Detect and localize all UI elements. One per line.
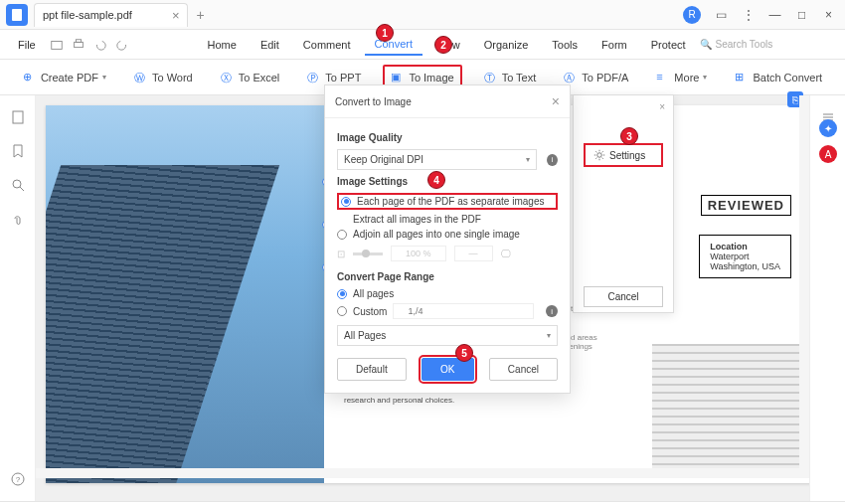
format-select: — bbox=[454, 246, 493, 261]
pages-select[interactable]: All Pages ▾ bbox=[337, 325, 558, 346]
chevron-down-icon: ▾ bbox=[547, 331, 551, 340]
menu-organize[interactable]: Organize bbox=[474, 35, 539, 55]
callout-5: 5 bbox=[455, 344, 473, 362]
search-panel-icon[interactable] bbox=[10, 177, 26, 193]
document-tab[interactable]: ppt file-sample.pdf × bbox=[34, 3, 188, 27]
settings-label: Settings bbox=[609, 150, 645, 161]
edit-mode-icon[interactable]: A bbox=[819, 145, 837, 163]
search-placeholder: Search Tools bbox=[716, 39, 773, 50]
menu-home[interactable]: Home bbox=[198, 35, 247, 55]
user-avatar[interactable]: R bbox=[683, 6, 701, 24]
open-icon[interactable] bbox=[50, 38, 64, 52]
menu-file[interactable]: File bbox=[8, 35, 46, 55]
callout-1: 1 bbox=[376, 24, 394, 42]
bookmarks-icon[interactable] bbox=[10, 143, 26, 159]
quality-select[interactable]: Keep Original DPI ▾ bbox=[337, 149, 537, 170]
callout-4: 4 bbox=[427, 171, 445, 189]
vertical-scrollbar[interactable] bbox=[799, 95, 809, 473]
chevron-down-icon: ▾ bbox=[703, 73, 707, 82]
chevron-down-icon: ▾ bbox=[102, 73, 106, 82]
menubar: File Home Edit Comment Convert View Orga… bbox=[0, 30, 845, 60]
to-word-button[interactable]: ⓌTo Word bbox=[128, 67, 199, 88]
redo-icon[interactable] bbox=[115, 38, 129, 52]
location-country: Washington, USA bbox=[710, 261, 780, 271]
more-icon: ≡ bbox=[656, 71, 670, 84]
horizontal-scrollbar[interactable] bbox=[36, 468, 809, 478]
cancel-button[interactable]: Cancel bbox=[584, 286, 663, 307]
close-window-icon[interactable]: × bbox=[822, 8, 835, 21]
maximize-icon[interactable]: □ bbox=[795, 8, 808, 21]
cancel-button[interactable]: Cancel bbox=[489, 358, 558, 381]
menu-form[interactable]: Form bbox=[592, 35, 637, 55]
word-icon: Ⓦ bbox=[134, 71, 148, 84]
monitor-icon: 🖵 bbox=[501, 249, 511, 259]
menu-convert[interactable]: Convert bbox=[365, 34, 423, 56]
menu-tools[interactable]: Tools bbox=[542, 35, 588, 55]
thumbnails-icon[interactable] bbox=[10, 109, 26, 125]
gear-icon bbox=[593, 149, 605, 161]
radio-on-icon bbox=[341, 197, 351, 207]
location-label: Location bbox=[710, 242, 780, 252]
search-tools[interactable]: 🔍 Search Tools bbox=[700, 39, 773, 50]
settings-label: Image Settings bbox=[337, 176, 558, 187]
option-each-page[interactable]: Each page of the PDF as separate images bbox=[337, 193, 558, 210]
building-photo-2 bbox=[652, 344, 809, 473]
menu-comment[interactable]: Comment bbox=[293, 35, 361, 55]
option-all-pages[interactable]: All pages bbox=[337, 288, 558, 299]
info-icon[interactable]: i bbox=[547, 154, 558, 166]
new-tab-button[interactable]: + bbox=[196, 7, 204, 23]
to-excel-button[interactable]: ⓍTo Excel bbox=[215, 67, 286, 88]
minimize-icon[interactable]: — bbox=[768, 8, 781, 21]
reviewed-stamp: REVIEWED bbox=[701, 195, 791, 216]
default-button[interactable]: Default bbox=[337, 358, 407, 381]
close-dialog-icon[interactable]: × bbox=[552, 93, 560, 109]
range-label: Convert Page Range bbox=[337, 271, 558, 282]
undo-icon[interactable] bbox=[93, 38, 107, 52]
info-icon[interactable]: i bbox=[546, 305, 558, 317]
settings-button[interactable]: Settings bbox=[584, 143, 663, 167]
close-tab-icon[interactable]: × bbox=[172, 8, 180, 23]
create-pdf-button[interactable]: ⊕Create PDF▾ bbox=[17, 67, 112, 88]
disabled-options: ⊡ 100 % — 🖵 bbox=[337, 246, 558, 261]
app-logo-icon bbox=[6, 4, 28, 26]
svg-point-11 bbox=[597, 153, 602, 158]
option-extract[interactable]: Extract all images in the PDF bbox=[337, 214, 558, 225]
svg-rect-0 bbox=[51, 41, 62, 49]
svg-rect-2 bbox=[76, 39, 81, 42]
custom-range-input[interactable] bbox=[393, 303, 534, 319]
svg-rect-1 bbox=[74, 42, 83, 47]
close-icon[interactable]: × bbox=[659, 101, 665, 112]
ai-icon[interactable]: ✦ bbox=[819, 119, 837, 137]
radio-off-icon bbox=[337, 230, 347, 240]
help-icon[interactable]: ? bbox=[10, 471, 26, 487]
batch-icon: ⊞ bbox=[735, 71, 749, 84]
callout-2: 2 bbox=[434, 36, 452, 54]
attachments-icon[interactable] bbox=[10, 211, 26, 227]
location-city: Waterport bbox=[710, 252, 780, 261]
left-sidebar: ? bbox=[0, 95, 36, 501]
radio-off-icon bbox=[337, 306, 347, 316]
batch-convert-button[interactable]: ⊞Batch Convert bbox=[729, 67, 828, 88]
more-button[interactable]: ≡More▾ bbox=[650, 67, 713, 88]
excel-icon: Ⓧ bbox=[221, 71, 235, 84]
svg-text:?: ? bbox=[15, 475, 20, 484]
location-box: Location Waterport Washington, USA bbox=[699, 235, 791, 278]
app-menu-icon[interactable]: ▭ bbox=[715, 8, 728, 21]
menu-edit[interactable]: Edit bbox=[251, 35, 289, 55]
print-icon[interactable] bbox=[72, 38, 85, 52]
radio-on-icon bbox=[337, 289, 347, 299]
building-photo bbox=[46, 105, 324, 483]
svg-point-4 bbox=[13, 180, 21, 188]
callout-3: 3 bbox=[620, 127, 638, 145]
option-adjoin[interactable]: Adjoin all pages into one single image bbox=[337, 229, 558, 240]
kebab-icon[interactable]: ⋮ bbox=[742, 8, 755, 21]
svg-rect-3 bbox=[13, 111, 23, 123]
svg-line-5 bbox=[20, 187, 24, 191]
quality-value: Keep Original DPI bbox=[344, 154, 423, 165]
option-custom[interactable]: Custom i bbox=[337, 303, 558, 319]
quality-label: Image Quality bbox=[337, 132, 558, 143]
menu-protect[interactable]: Protect bbox=[641, 35, 696, 55]
text-icon: Ⓣ bbox=[484, 71, 498, 84]
tab-title: ppt file-sample.pdf bbox=[43, 9, 132, 21]
titlebar: ppt file-sample.pdf × + R ▭ ⋮ — □ × bbox=[0, 0, 845, 30]
